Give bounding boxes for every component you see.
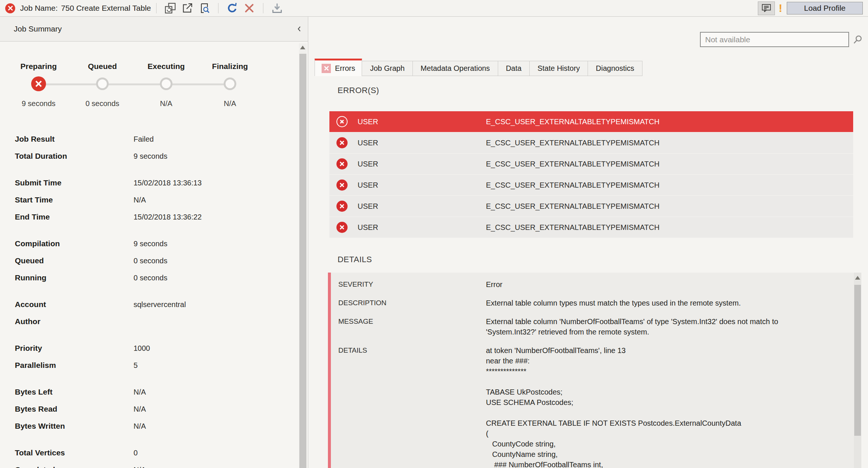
error-code: E_CSC_USER_EXTERNALTABLETYPEMISMATCH <box>486 139 660 147</box>
download-icon <box>272 3 283 14</box>
field-value: 1000 <box>134 344 150 353</box>
job-summary-fields: Job Result Failed Total Duration 9 secon… <box>15 131 282 468</box>
view-script-button[interactable] <box>196 1 213 15</box>
stage-label: Queued <box>88 60 117 73</box>
toolbar-separator <box>156 3 157 13</box>
view-script-icon <box>199 3 210 14</box>
tab[interactable]: Errors <box>315 59 362 76</box>
field-label: Start Time <box>15 195 134 204</box>
search-input[interactable] <box>701 33 848 46</box>
search-box[interactable] <box>700 32 849 47</box>
tab[interactable]: State History <box>529 61 588 76</box>
field-value: 0 seconds <box>134 274 167 282</box>
resubmit-icon <box>165 3 176 14</box>
error-row[interactable]: USER E_CSC_USER_EXTERNALTABLETYPEMISMATC… <box>329 111 853 132</box>
field-value: 0 seconds <box>134 257 167 265</box>
summary-field-group: Account sqlservercentral Author <box>15 296 282 330</box>
error-list: USER E_CSC_USER_EXTERNALTABLETYPEMISMATC… <box>329 111 853 238</box>
scrollbar-thumb[interactable] <box>299 54 306 468</box>
summary-field-row: Job Result Failed <box>15 131 282 148</box>
error-row[interactable]: USER E_CSC_USER_EXTERNALTABLETYPEMISMATC… <box>329 132 853 153</box>
field-label: Parallelism <box>15 361 134 370</box>
summary-field-row: Total Vertices 0 <box>15 444 282 461</box>
tab-label: Diagnostics <box>596 64 634 73</box>
field-label: Total Duration <box>15 152 134 161</box>
stage-label: Preparing <box>20 60 57 73</box>
summary-field-row: Running 0 seconds <box>15 269 282 286</box>
stage: Queued 0 seconds <box>70 60 134 108</box>
field-label: Bytes Read <box>15 405 134 413</box>
search-icon[interactable] <box>853 34 863 45</box>
field-value: Failed <box>134 135 154 144</box>
cancel-job-button[interactable] <box>241 1 258 15</box>
collapse-panel-button[interactable] <box>296 26 303 32</box>
error-circle-x-icon <box>336 158 348 169</box>
detail-label: MESSAGE <box>338 316 486 337</box>
refresh-icon <box>227 3 238 14</box>
error-row[interactable]: USER E_CSC_USER_EXTERNALTABLETYPEMISMATC… <box>329 217 853 238</box>
summary-field-row: Start Time N/A <box>15 191 282 208</box>
stage: Executing N/A <box>134 60 198 108</box>
field-label: Bytes Written <box>15 422 134 431</box>
panel-title: Job Summary <box>14 24 62 33</box>
detail-row: SEVERITY Error <box>338 279 850 290</box>
job-detail-panel: Errors Job Graph Metadata Operations Dat… <box>313 17 868 468</box>
stage-time: 9 seconds <box>22 99 55 108</box>
job-progress-stepper: Preparing 9 seconds Queued 0 seconds Exe… <box>7 60 262 113</box>
field-value: 5 <box>134 361 138 370</box>
field-label: Total Vertices <box>15 448 134 457</box>
tab[interactable]: Diagnostics <box>588 61 642 76</box>
job-failed-status-icon <box>5 3 15 13</box>
tab-label: State History <box>537 64 580 73</box>
error-circle-x-icon <box>336 116 348 127</box>
stage-label: Executing <box>148 60 185 73</box>
refresh-button[interactable] <box>224 1 241 15</box>
open-in-new-icon <box>182 3 193 14</box>
download-button[interactable] <box>269 1 286 15</box>
tab[interactable]: Data <box>498 61 530 76</box>
field-label: Job Result <box>15 135 134 144</box>
detail-row: MESSAGE External table column 'NumberOfF… <box>338 316 850 337</box>
feedback-button[interactable] <box>758 1 775 15</box>
resubmit-job-button[interactable] <box>162 1 179 15</box>
error-code: E_CSC_USER_EXTERNALTABLETYPEMISMATCH <box>486 118 660 126</box>
scroll-up-arrow-icon[interactable] <box>300 46 305 49</box>
stage-status-icon <box>160 78 172 90</box>
tab-label: Job Graph <box>370 64 404 73</box>
field-label: Completed <box>15 465 134 468</box>
error-code: E_CSC_USER_EXTERNALTABLETYPEMISMATCH <box>486 181 660 189</box>
tab[interactable]: Job Graph <box>362 61 412 76</box>
error-row[interactable]: USER E_CSC_USER_EXTERNALTABLETYPEMISMATC… <box>329 196 853 217</box>
field-value: 9 seconds <box>134 240 167 248</box>
summary-field-group: Submit Time 15/02/2018 13:36:13 Start Ti… <box>15 174 282 225</box>
toolbar: Job Name: 750 Create External Table <box>0 0 868 17</box>
open-in-new-window-button[interactable] <box>179 1 196 15</box>
error-source: USER <box>358 202 378 211</box>
field-value: N/A <box>134 422 146 431</box>
chevron-left-icon <box>296 26 303 32</box>
field-value: 15/02/2018 13:36:22 <box>134 213 202 221</box>
load-profile-button[interactable]: Load Profile <box>787 2 863 14</box>
job-name-label: Job Name: <box>20 4 58 13</box>
summary-field-group: Bytes Left N/A Bytes Read N/A Bytes Writ… <box>15 383 282 435</box>
error-row[interactable]: USER E_CSC_USER_EXTERNALTABLETYPEMISMATC… <box>329 175 853 195</box>
tab[interactable]: Metadata Operations <box>412 61 498 76</box>
field-value: N/A <box>134 196 146 204</box>
error-code: E_CSC_USER_EXTERNALTABLETYPEMISMATCH <box>486 202 660 211</box>
errors-tab-error-icon <box>322 64 331 73</box>
left-panel-scrollbar[interactable] <box>299 43 307 468</box>
detail-label: DETAILS <box>338 345 486 468</box>
scrollbar-thumb[interactable] <box>854 285 861 436</box>
stage-time: 0 seconds <box>85 99 119 108</box>
detail-label: DESCRIPTION <box>338 298 486 308</box>
field-label: Submit Time <box>15 178 134 187</box>
summary-field-row: Bytes Read N/A <box>15 401 282 418</box>
scroll-up-arrow-icon[interactable] <box>855 276 860 280</box>
summary-field-row: Priority 1000 <box>15 340 282 357</box>
summary-field-row: Submit Time 15/02/2018 13:36:13 <box>15 174 282 191</box>
details-scrollbar[interactable] <box>854 273 861 468</box>
error-source: USER <box>358 118 378 126</box>
detail-value: at token 'NumberOfFootballTeams', line 1… <box>486 345 752 468</box>
error-row[interactable]: USER E_CSC_USER_EXTERNALTABLETYPEMISMATC… <box>329 154 853 174</box>
error-code: E_CSC_USER_EXTERNALTABLETYPEMISMATCH <box>486 223 660 232</box>
